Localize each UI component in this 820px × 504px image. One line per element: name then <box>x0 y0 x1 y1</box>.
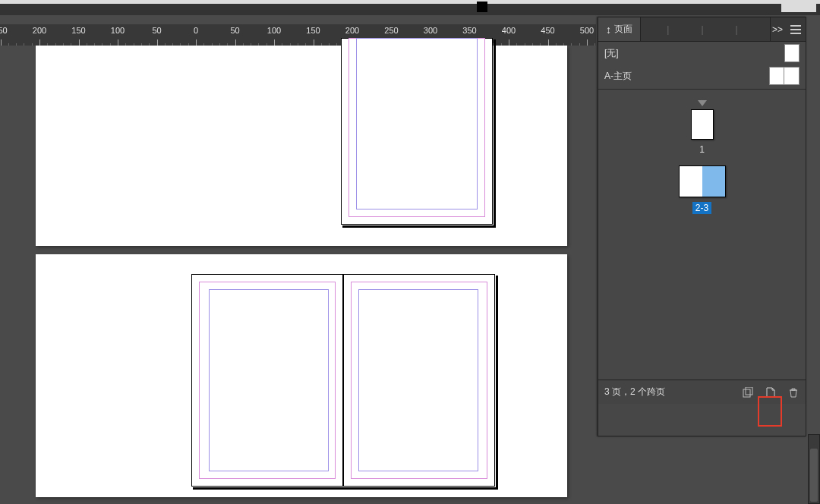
panel-menu-icon[interactable] <box>790 25 801 34</box>
ruler-label: 400 <box>502 26 516 35</box>
ruler-minor-tick <box>157 39 158 46</box>
ruler-label: 100 <box>267 26 281 35</box>
page-3-column <box>358 289 478 471</box>
spread-2-pasteboard <box>36 254 567 497</box>
page-1-thumb[interactable] <box>691 109 714 140</box>
ruler-minor-tick <box>1 39 2 46</box>
master-none-label: [无] <box>604 47 619 60</box>
collapse-panel-icon[interactable]: >> <box>771 24 784 35</box>
ruler-minor-tick <box>79 39 80 46</box>
page-2-3-number: 2-3 <box>692 202 711 214</box>
panel-tab-right-controls: >> <box>771 24 806 35</box>
page-3-thumb-selected[interactable] <box>702 166 725 197</box>
app-options-bar <box>0 0 820 15</box>
ruler-label: 150 <box>306 26 320 35</box>
ruler-label: 250 <box>0 26 8 35</box>
ruler-label: 300 <box>424 26 437 35</box>
ruler-label: 0 <box>194 26 198 35</box>
ruler-label: 200 <box>345 26 359 35</box>
ruler-label: 350 <box>462 26 476 35</box>
ruler-minor-tick <box>548 39 549 46</box>
spread-2-shadow-b <box>193 487 497 490</box>
toolbar-light-strip <box>0 0 820 4</box>
svg-rect-1 <box>746 387 752 395</box>
page-1-column <box>356 38 478 209</box>
ruler-minor-tick <box>587 39 588 46</box>
color-swatch[interactable] <box>477 2 487 12</box>
svg-rect-0 <box>743 389 750 397</box>
panel-separator <box>598 89 806 90</box>
ruler-label: 450 <box>541 26 554 35</box>
tab-secondary[interactable]: | | | <box>641 17 771 41</box>
spread-start-marker <box>698 100 707 106</box>
page-2-thumb[interactable] <box>680 166 702 197</box>
ruler-minor-tick <box>235 39 236 46</box>
page-2-column <box>209 289 329 471</box>
scrollbar-thumb[interactable] <box>810 449 818 502</box>
ruler-label: 250 <box>384 26 398 35</box>
tab-stub: | | | <box>667 24 743 35</box>
ruler-label: 200 <box>33 26 46 35</box>
ruler-label: 50 <box>230 26 239 35</box>
pages-panel: ↕ 页面 | | | >> [无] A-主页 1 2-3 3 页，2 个跨页 <box>598 17 806 436</box>
page-1-shadow <box>342 225 496 228</box>
ruler-minor-tick <box>118 39 118 46</box>
ruler-label: 50 <box>152 26 161 35</box>
annotation-highlight-box <box>758 396 782 427</box>
ruler-minor-tick <box>314 39 314 46</box>
tab-pages-label: 页面 <box>614 23 632 36</box>
ruler-label: 100 <box>111 26 125 35</box>
toolbar-right-group <box>781 2 816 12</box>
master-none-row[interactable]: [无] <box>598 42 806 65</box>
tab-pages[interactable]: ↕ 页面 <box>598 17 641 41</box>
ruler-minor-tick <box>274 39 275 46</box>
horizontal-ruler[interactable]: 2502001501005005010015020025030035040045… <box>0 24 596 46</box>
ruler-label: 150 <box>71 26 85 35</box>
ruler-label: 500 <box>580 26 594 35</box>
edit-page-size-icon[interactable] <box>742 386 754 398</box>
master-a-row[interactable]: A-主页 <box>598 65 806 87</box>
master-a-label: A-主页 <box>604 70 632 83</box>
page-thumbnails-area[interactable]: 1 2-3 <box>598 91 806 380</box>
delete-page-icon[interactable] <box>787 386 800 398</box>
ruler-minor-tick <box>196 39 197 46</box>
panel-tab-bar: ↕ 页面 | | | >> <box>598 17 806 42</box>
expand-icon: ↕ <box>606 24 611 36</box>
ruler-minor-tick <box>509 39 509 46</box>
ruler-minor-tick <box>39 39 40 46</box>
page-1-number: 1 <box>699 144 705 155</box>
spread-1-pasteboard <box>36 46 567 246</box>
spread-2-shadow-r <box>496 276 498 490</box>
master-none-thumb[interactable] <box>784 44 800 62</box>
master-a-thumb[interactable] <box>769 67 800 85</box>
footer-status-text: 3 页，2 个跨页 <box>604 386 665 398</box>
vertical-scrollbar[interactable] <box>808 434 820 504</box>
page-1-shadow-r <box>494 39 496 228</box>
spread-2-3-thumb[interactable] <box>679 165 726 197</box>
document-canvas[interactable] <box>0 46 596 504</box>
